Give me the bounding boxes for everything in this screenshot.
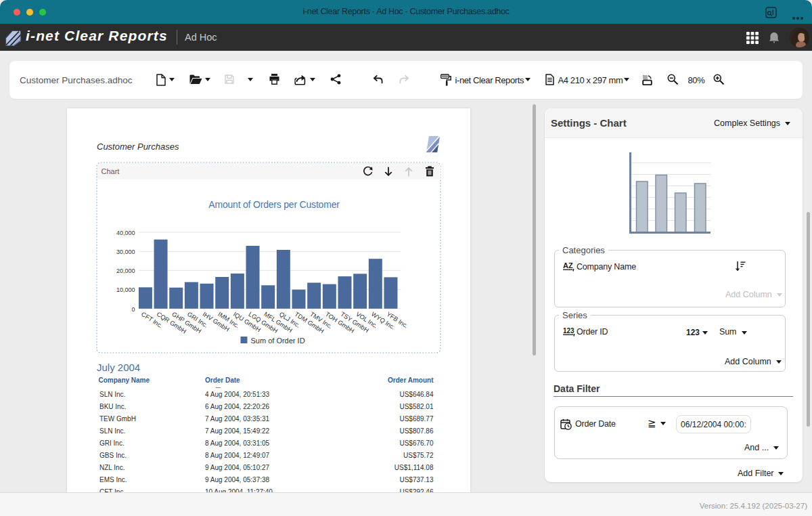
svg-text:40,000: 40,000 (116, 230, 135, 236)
svg-text:10,000: 10,000 (116, 286, 135, 293)
svg-text:AZ: AZ (563, 261, 573, 270)
svg-text:0: 0 (131, 306, 135, 313)
svg-text:30,000: 30,000 (116, 249, 135, 255)
svg-text:Amount of Orders per Customer: Amount of Orders per Customer (208, 199, 340, 210)
svg-text:Sum of Order ID: Sum of Order ID (250, 337, 304, 345)
svg-text:20,000: 20,000 (116, 267, 135, 274)
svg-text:123: 123 (563, 327, 574, 335)
